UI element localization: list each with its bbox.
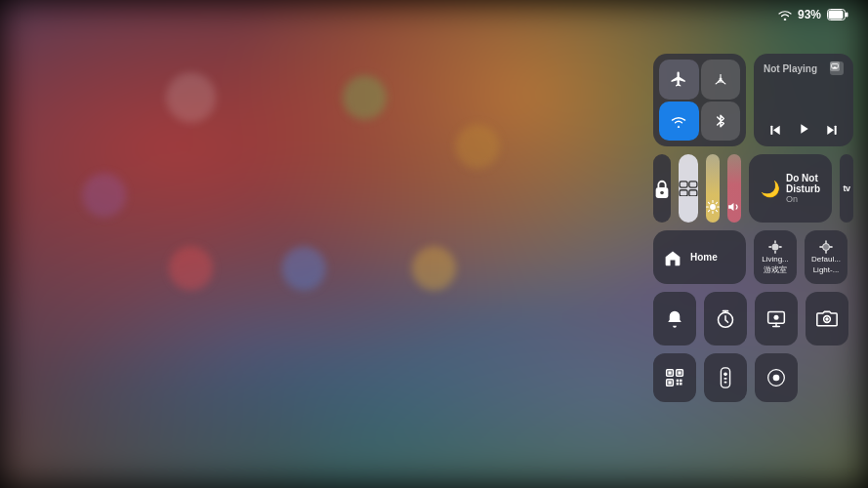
svg-rect-41	[668, 371, 671, 374]
svg-rect-12	[680, 190, 687, 196]
screen-mirror-button[interactable]	[679, 154, 698, 223]
scene2-label: Defaul...	[811, 256, 841, 264]
connectivity-tile	[653, 54, 746, 146]
scene2-button[interactable]: Defaul... Light-...	[805, 230, 847, 284]
row-display-controls: 🌙 Do Not Disturb On tv	[653, 154, 853, 223]
dnd-label: Do Not Disturb	[786, 173, 820, 194]
bell-button[interactable]	[653, 292, 696, 346]
prev-button[interactable]	[767, 122, 783, 136]
svg-point-35	[774, 314, 779, 319]
timer-button[interactable]	[704, 292, 747, 346]
row-utilities1	[653, 292, 853, 346]
svg-rect-1	[846, 13, 848, 18]
svg-rect-42	[678, 371, 681, 374]
svg-line-22	[708, 210, 709, 211]
voice-memos-button[interactable]	[755, 353, 798, 402]
camera-button[interactable]	[806, 292, 848, 346]
scene2-sub: Light-...	[813, 266, 840, 275]
svg-rect-11	[689, 182, 697, 187]
wifi-button[interactable]	[659, 102, 699, 142]
scene1-sub: 游戏室	[764, 266, 787, 275]
dnd-inner: 🌙 Do Not Disturb On	[761, 173, 820, 204]
svg-rect-47	[680, 383, 682, 386]
row-home: Home Living... 游戏室 Defaul... Light-...	[653, 230, 853, 284]
airplane-mode-button[interactable]	[659, 60, 699, 100]
svg-line-20	[716, 210, 717, 211]
bluetooth-button[interactable]	[701, 102, 741, 142]
home-button[interactable]: Home	[653, 230, 746, 284]
svg-point-9	[660, 191, 664, 195]
svg-rect-2	[829, 11, 844, 20]
playback-controls	[764, 119, 844, 139]
status-bar: 93%	[778, 8, 848, 21]
appletv-label: tv	[843, 183, 849, 193]
svg-line-21	[716, 202, 717, 203]
svg-rect-7	[835, 126, 837, 135]
hotspot-button[interactable]	[701, 60, 741, 100]
now-playing-title: Not Playing	[764, 63, 817, 74]
dnd-text: Do Not Disturb On	[786, 173, 820, 204]
qr-scanner-button[interactable]	[653, 353, 696, 402]
dnd-status: On	[786, 194, 820, 204]
svg-point-37	[825, 317, 828, 320]
brightness-slider[interactable]	[706, 154, 720, 223]
svg-rect-13	[689, 190, 697, 196]
svg-point-14	[710, 204, 716, 210]
airplay-icon	[830, 61, 844, 75]
svg-rect-51	[724, 382, 727, 384]
battery-icon	[827, 9, 848, 20]
control-center: Not Playing	[653, 54, 853, 402]
do-not-disturb-button[interactable]: 🌙 Do Not Disturb On	[749, 154, 832, 223]
play-button[interactable]	[796, 121, 811, 137]
svg-rect-43	[668, 381, 671, 384]
svg-rect-50	[724, 378, 727, 380]
scene1-button[interactable]: Living... 游戏室	[754, 230, 797, 284]
home-label: Home	[690, 252, 718, 263]
home-icon	[663, 249, 682, 266]
svg-point-49	[723, 373, 727, 377]
row-connectivity-nowplaying: Not Playing	[653, 54, 853, 146]
battery-percentage: 93%	[798, 8, 821, 21]
now-playing-tile[interactable]: Not Playing	[754, 54, 853, 146]
svg-rect-10	[680, 182, 687, 187]
screen-record-button[interactable]	[755, 292, 798, 346]
screen-lock-button[interactable]	[653, 154, 671, 223]
apple-tv-button[interactable]: tv	[840, 154, 853, 223]
volume-slider[interactable]	[727, 154, 741, 223]
svg-rect-46	[677, 383, 680, 386]
row-utilities2	[653, 353, 853, 402]
svg-rect-45	[680, 380, 682, 383]
svg-point-53	[773, 375, 780, 382]
svg-rect-6	[770, 126, 772, 135]
moon-icon: 🌙	[761, 180, 780, 198]
next-button[interactable]	[824, 122, 840, 136]
svg-point-28	[823, 243, 830, 250]
now-playing-header: Not Playing	[764, 61, 844, 75]
svg-rect-44	[677, 380, 680, 383]
wifi-status-icon	[778, 10, 792, 20]
scene1-label: Living...	[762, 256, 789, 264]
svg-line-19	[708, 202, 709, 203]
svg-point-23	[772, 243, 779, 250]
remote-button[interactable]	[704, 353, 747, 402]
